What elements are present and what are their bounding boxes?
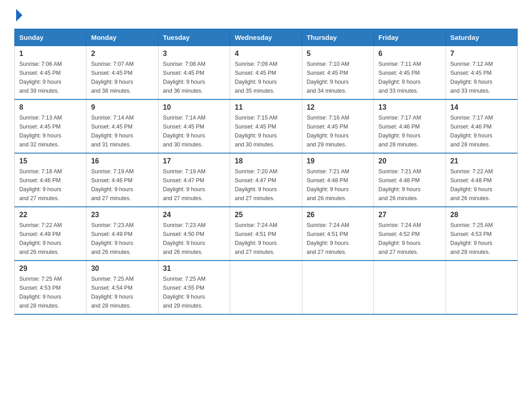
day-info: Sunrise: 7:18 AM Sunset: 4:46 PM Dayligh… bbox=[19, 167, 82, 203]
day-number: 1 bbox=[19, 50, 82, 58]
day-info: Sunrise: 7:14 AM Sunset: 4:45 PM Dayligh… bbox=[163, 113, 225, 149]
day-info: Sunrise: 7:12 AM Sunset: 4:45 PM Dayligh… bbox=[450, 60, 513, 95]
day-number: 25 bbox=[235, 211, 297, 219]
day-number: 20 bbox=[378, 157, 441, 165]
header bbox=[14, 11, 518, 20]
day-info: Sunrise: 7:25 AM Sunset: 4:54 PM Dayligh… bbox=[91, 274, 153, 310]
calendar-cell: 11 Sunrise: 7:15 AM Sunset: 4:45 PM Dayl… bbox=[230, 99, 302, 153]
header-cell-sunday: Sunday bbox=[15, 29, 86, 46]
day-info: Sunrise: 7:16 AM Sunset: 4:45 PM Dayligh… bbox=[307, 113, 369, 149]
day-info: Sunrise: 7:25 AM Sunset: 4:53 PM Dayligh… bbox=[19, 274, 82, 310]
day-number: 23 bbox=[91, 211, 153, 219]
day-info: Sunrise: 7:13 AM Sunset: 4:45 PM Dayligh… bbox=[19, 113, 82, 149]
day-number: 11 bbox=[235, 103, 297, 111]
calendar-cell: 16 Sunrise: 7:19 AM Sunset: 4:46 PM Dayl… bbox=[86, 153, 158, 207]
day-info: Sunrise: 7:22 AM Sunset: 4:48 PM Dayligh… bbox=[450, 167, 513, 203]
day-number: 30 bbox=[91, 265, 153, 273]
day-info: Sunrise: 7:10 AM Sunset: 4:45 PM Dayligh… bbox=[307, 60, 369, 95]
calendar-cell bbox=[230, 261, 302, 314]
calendar-body: 1 Sunrise: 7:06 AM Sunset: 4:45 PM Dayli… bbox=[15, 46, 518, 315]
day-number: 16 bbox=[91, 157, 153, 165]
day-number: 2 bbox=[91, 50, 153, 58]
header-cell-monday: Monday bbox=[86, 29, 158, 46]
calendar-cell: 14 Sunrise: 7:17 AM Sunset: 4:46 PM Dayl… bbox=[446, 99, 517, 153]
day-number: 15 bbox=[19, 157, 82, 165]
calendar-week-row: 1 Sunrise: 7:06 AM Sunset: 4:45 PM Dayli… bbox=[15, 46, 518, 100]
day-number: 7 bbox=[450, 50, 513, 58]
calendar-cell: 24 Sunrise: 7:23 AM Sunset: 4:50 PM Dayl… bbox=[158, 207, 230, 261]
day-number: 19 bbox=[307, 157, 369, 165]
calendar-cell: 25 Sunrise: 7:24 AM Sunset: 4:51 PM Dayl… bbox=[230, 207, 302, 261]
day-number: 5 bbox=[307, 50, 369, 58]
header-cell-saturday: Saturday bbox=[446, 29, 517, 46]
calendar-cell: 20 Sunrise: 7:21 AM Sunset: 4:48 PM Dayl… bbox=[374, 153, 446, 207]
day-info: Sunrise: 7:14 AM Sunset: 4:45 PM Dayligh… bbox=[91, 113, 153, 149]
day-info: Sunrise: 7:09 AM Sunset: 4:45 PM Dayligh… bbox=[235, 60, 297, 95]
day-number: 22 bbox=[19, 211, 82, 219]
calendar-cell: 9 Sunrise: 7:14 AM Sunset: 4:45 PM Dayli… bbox=[86, 99, 158, 153]
calendar-cell bbox=[374, 261, 446, 314]
calendar-cell: 29 Sunrise: 7:25 AM Sunset: 4:53 PM Dayl… bbox=[15, 261, 86, 314]
calendar-cell: 12 Sunrise: 7:16 AM Sunset: 4:45 PM Dayl… bbox=[302, 99, 373, 153]
logo bbox=[14, 11, 22, 20]
day-number: 6 bbox=[378, 50, 441, 58]
day-number: 18 bbox=[235, 157, 297, 165]
calendar-cell: 26 Sunrise: 7:24 AM Sunset: 4:51 PM Dayl… bbox=[302, 207, 373, 261]
day-number: 12 bbox=[307, 103, 369, 111]
day-number: 24 bbox=[163, 211, 225, 219]
day-number: 3 bbox=[163, 50, 225, 58]
calendar-cell: 28 Sunrise: 7:25 AM Sunset: 4:53 PM Dayl… bbox=[446, 207, 517, 261]
calendar-cell: 3 Sunrise: 7:08 AM Sunset: 4:45 PM Dayli… bbox=[158, 46, 230, 100]
calendar-cell bbox=[446, 261, 517, 314]
calendar-cell: 21 Sunrise: 7:22 AM Sunset: 4:48 PM Dayl… bbox=[446, 153, 517, 207]
calendar-cell: 2 Sunrise: 7:07 AM Sunset: 4:45 PM Dayli… bbox=[86, 46, 158, 100]
day-info: Sunrise: 7:06 AM Sunset: 4:45 PM Dayligh… bbox=[19, 60, 82, 95]
calendar-cell: 18 Sunrise: 7:20 AM Sunset: 4:47 PM Dayl… bbox=[230, 153, 302, 207]
calendar-cell: 1 Sunrise: 7:06 AM Sunset: 4:45 PM Dayli… bbox=[15, 46, 86, 100]
day-info: Sunrise: 7:22 AM Sunset: 4:49 PM Dayligh… bbox=[19, 221, 82, 257]
header-cell-wednesday: Wednesday bbox=[230, 29, 302, 46]
calendar-cell: 31 Sunrise: 7:25 AM Sunset: 4:55 PM Dayl… bbox=[158, 261, 230, 314]
day-number: 4 bbox=[235, 50, 297, 58]
day-info: Sunrise: 7:24 AM Sunset: 4:51 PM Dayligh… bbox=[235, 221, 297, 257]
day-info: Sunrise: 7:20 AM Sunset: 4:47 PM Dayligh… bbox=[235, 167, 297, 203]
calendar-cell: 15 Sunrise: 7:18 AM Sunset: 4:46 PM Dayl… bbox=[15, 153, 86, 207]
day-number: 9 bbox=[91, 103, 153, 111]
day-info: Sunrise: 7:25 AM Sunset: 4:53 PM Dayligh… bbox=[450, 221, 513, 257]
logo-triangle-icon bbox=[16, 9, 22, 21]
day-info: Sunrise: 7:23 AM Sunset: 4:49 PM Dayligh… bbox=[91, 221, 153, 257]
calendar-cell: 8 Sunrise: 7:13 AM Sunset: 4:45 PM Dayli… bbox=[15, 99, 86, 153]
calendar-cell: 6 Sunrise: 7:11 AM Sunset: 4:45 PM Dayli… bbox=[374, 46, 446, 100]
header-cell-friday: Friday bbox=[374, 29, 446, 46]
day-info: Sunrise: 7:15 AM Sunset: 4:45 PM Dayligh… bbox=[235, 113, 297, 149]
day-number: 28 bbox=[450, 211, 513, 219]
calendar-cell: 10 Sunrise: 7:14 AM Sunset: 4:45 PM Dayl… bbox=[158, 99, 230, 153]
header-cell-thursday: Thursday bbox=[302, 29, 373, 46]
calendar-cell: 19 Sunrise: 7:21 AM Sunset: 4:48 PM Dayl… bbox=[302, 153, 373, 207]
calendar-cell: 5 Sunrise: 7:10 AM Sunset: 4:45 PM Dayli… bbox=[302, 46, 373, 100]
day-info: Sunrise: 7:19 AM Sunset: 4:46 PM Dayligh… bbox=[91, 167, 153, 203]
calendar-week-row: 15 Sunrise: 7:18 AM Sunset: 4:46 PM Dayl… bbox=[15, 153, 518, 207]
day-info: Sunrise: 7:08 AM Sunset: 4:45 PM Dayligh… bbox=[163, 60, 225, 95]
day-number: 13 bbox=[378, 103, 441, 111]
day-info: Sunrise: 7:24 AM Sunset: 4:51 PM Dayligh… bbox=[307, 221, 369, 257]
day-info: Sunrise: 7:24 AM Sunset: 4:52 PM Dayligh… bbox=[378, 221, 441, 257]
day-number: 21 bbox=[450, 157, 513, 165]
calendar-cell: 23 Sunrise: 7:23 AM Sunset: 4:49 PM Dayl… bbox=[86, 207, 158, 261]
calendar-cell: 7 Sunrise: 7:12 AM Sunset: 4:45 PM Dayli… bbox=[446, 46, 517, 100]
header-cell-tuesday: Tuesday bbox=[158, 29, 230, 46]
day-number: 8 bbox=[19, 103, 82, 111]
calendar-cell: 22 Sunrise: 7:22 AM Sunset: 4:49 PM Dayl… bbox=[15, 207, 86, 261]
day-number: 29 bbox=[19, 265, 82, 273]
calendar-cell bbox=[302, 261, 373, 314]
day-info: Sunrise: 7:17 AM Sunset: 4:46 PM Dayligh… bbox=[450, 113, 513, 149]
day-number: 27 bbox=[378, 211, 441, 219]
calendar-cell: 27 Sunrise: 7:24 AM Sunset: 4:52 PM Dayl… bbox=[374, 207, 446, 261]
day-info: Sunrise: 7:23 AM Sunset: 4:50 PM Dayligh… bbox=[163, 221, 225, 257]
calendar-cell: 13 Sunrise: 7:17 AM Sunset: 4:46 PM Dayl… bbox=[374, 99, 446, 153]
day-info: Sunrise: 7:11 AM Sunset: 4:45 PM Dayligh… bbox=[378, 60, 441, 95]
day-info: Sunrise: 7:17 AM Sunset: 4:46 PM Dayligh… bbox=[378, 113, 441, 149]
calendar-table: SundayMondayTuesdayWednesdayThursdayFrid… bbox=[14, 29, 518, 315]
calendar-header: SundayMondayTuesdayWednesdayThursdayFrid… bbox=[15, 29, 518, 46]
calendar-cell: 17 Sunrise: 7:19 AM Sunset: 4:47 PM Dayl… bbox=[158, 153, 230, 207]
